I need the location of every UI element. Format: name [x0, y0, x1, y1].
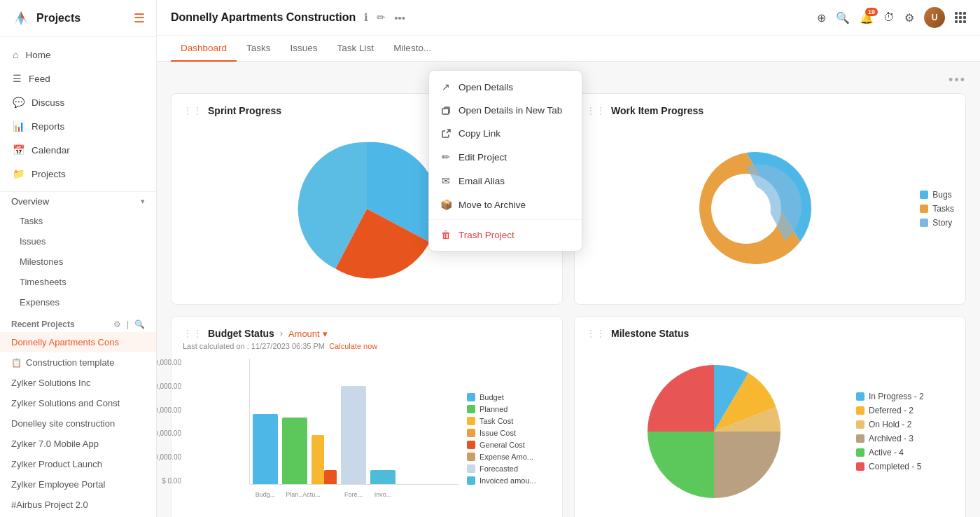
planned-legend-label: Planned [479, 405, 507, 413]
avatar[interactable]: U [924, 7, 945, 28]
menu-item-open-new-tab[interactable]: Open Details in New Tab [429, 99, 582, 122]
work-item-content: Bugs Tasks Story [586, 125, 954, 293]
inprogress-color [856, 392, 864, 401]
tab-tasks[interactable]: Tasks [237, 36, 281, 62]
menu-item-email-alias[interactable]: ✉ Email Alias [429, 169, 582, 193]
milestone-content: In Progress - 2 Deferred - 2 On Hold - 2 [586, 347, 954, 516]
info-icon[interactable]: ℹ [363, 10, 370, 25]
sidebar-item-projects[interactable]: 📁 Projects [0, 162, 156, 186]
milestone-drag[interactable]: ⋮⋮ [586, 328, 606, 339]
completed-color [856, 462, 864, 471]
legend-budget: Budget [467, 393, 551, 401]
sidebar-title: Projects [36, 12, 80, 25]
budget-chart-area: $ 0.00 $ 500,000.00 $ 1,000,000.00 $ 1,5… [183, 359, 551, 485]
topbar: Donnelly Apartments Construction ℹ ✏ •••… [157, 0, 980, 36]
project-item-construction-template[interactable]: 📋 Construction template [0, 352, 156, 373]
budget-legend: Budget Planned Task Cost Issue Cost [467, 393, 551, 485]
issue-cost-color [467, 429, 475, 437]
legend-issue-cost: Issue Cost [467, 429, 551, 437]
budget-card-header: ⋮⋮ Budget Status › Amount ▾ [183, 328, 551, 339]
filter-icon[interactable]: ⚙ [113, 319, 121, 329]
page-title: Donnelly Apartments Construction [171, 11, 356, 24]
project-item-donnelly[interactable]: Donnelly Apartments Cons [0, 332, 156, 352]
hamburger-icon[interactable]: ☰ [134, 11, 145, 26]
overview-item-expenses[interactable]: Expenses [0, 292, 156, 312]
tab-milestones[interactable]: Milesto... [384, 36, 441, 62]
active-color [856, 448, 864, 457]
menu-item-open-details[interactable]: ↗ Open Details [429, 75, 582, 99]
sidebar-item-discuss[interactable]: 💬 Discuss [0, 90, 156, 114]
add-icon[interactable]: ⊕ [817, 11, 826, 25]
dashboard-more-icon[interactable]: ••• [948, 73, 966, 88]
apps-icon[interactable] [955, 12, 966, 23]
calculate-now-link[interactable]: Calculate now [329, 342, 377, 350]
overview-label: Overview [11, 196, 49, 207]
sidebar: Projects ☰ ⌂ Home ☰ Feed 💬 Discuss 📊 Rep… [0, 0, 157, 517]
project-item-zylker-const-label: Zylker Solutions and Const [11, 398, 120, 408]
expense-label: Expense Amo... [479, 453, 533, 461]
sidebar-item-feed-label: Feed [29, 74, 50, 84]
open-details-icon: ↗ [440, 81, 451, 92]
overview-header[interactable]: Overview ▾ [0, 192, 156, 211]
sprint-card-title: Sprint Progress [208, 105, 281, 116]
edit-icon[interactable]: ✏ [375, 10, 387, 25]
story-color [920, 219, 928, 227]
budget-bar-chart: $ 0.00 $ 500,000.00 $ 1,000,000.00 $ 1,5… [183, 359, 458, 485]
donut-chart-area [586, 139, 906, 279]
work-item-card: ⋮⋮ Work Item Progress [574, 93, 966, 305]
sprint-drag-handle[interactable]: ⋮⋮ [183, 105, 202, 116]
bar-invoiced [370, 470, 396, 484]
y-label-500: $ 500,000.00 [157, 453, 181, 461]
context-menu: ↗ Open Details Open Details in New Tab C… [428, 70, 582, 251]
sidebar-logo: Projects [11, 8, 80, 28]
sidebar-item-home[interactable]: ⌂ Home [0, 43, 156, 67]
more-options-icon[interactable]: ••• [393, 11, 407, 25]
budget-amount-button[interactable]: Amount ▾ [288, 329, 328, 339]
topbar-right: ⊕ 🔍 🔔19 ⏱ ⚙ U [817, 7, 966, 28]
project-item-construction-template-label: Construction template [26, 357, 114, 368]
sidebar-item-reports[interactable]: 📊 Reports [0, 114, 156, 138]
search-icon[interactable]: 🔍 [836, 11, 850, 25]
projects-icon: 📁 [13, 168, 24, 179]
legend-general-cost: General Cost [467, 441, 551, 449]
tab-task-list[interactable]: Task List [328, 36, 384, 62]
timer-icon[interactable]: ⏱ [883, 11, 895, 24]
notification-badge: 19 [865, 8, 878, 16]
work-item-drag[interactable]: ⋮⋮ [586, 105, 606, 116]
project-item-zylker-product[interactable]: Zylker Product Launch [0, 454, 156, 474]
menu-item-copy-link[interactable]: Copy Link [429, 122, 582, 145]
menu-item-trash-project[interactable]: 🗑 Trash Project [429, 223, 582, 247]
task-cost-color [467, 417, 475, 425]
notifications-icon[interactable]: 🔔19 [860, 11, 874, 25]
sidebar-item-calendar[interactable]: 📅 Calendar [0, 138, 156, 162]
project-item-zylker-mobile[interactable]: Zylker 7.0 Mobile App [0, 434, 156, 454]
sidebar-item-feed[interactable]: ☰ Feed [0, 67, 156, 90]
tab-issues[interactable]: Issues [281, 36, 328, 62]
milestone-status-card: ⋮⋮ Milestone Status [574, 316, 966, 517]
onhold-label: On Hold - 2 [869, 420, 911, 429]
overview-item-issues[interactable]: Issues [0, 231, 156, 251]
tasks-color [920, 205, 928, 213]
search-icon[interactable]: 🔍 [134, 319, 145, 329]
overview-item-timesheets[interactable]: Timesheets [0, 272, 156, 292]
project-item-zylker-solutions[interactable]: Zylker Solutions Inc [0, 373, 156, 393]
overview-item-milestones[interactable]: Milestones [0, 251, 156, 272]
tab-dashboard[interactable]: Dashboard [171, 36, 237, 62]
project-item-airbus[interactable]: #Airbus Project 2.0 [0, 495, 156, 515]
settings-icon[interactable]: ⚙ [904, 11, 914, 25]
milestone-pie-area [586, 354, 842, 509]
separator: | [127, 319, 129, 329]
overview-arrow-icon: ▾ [141, 197, 145, 206]
project-item-zylker-solutions-const[interactable]: Zylker Solutions and Const [0, 393, 156, 413]
menu-item-move-archive[interactable]: 📦 Move to Archive [429, 193, 582, 216]
reports-icon: 📊 [13, 120, 24, 132]
overview-item-tasks[interactable]: Tasks [0, 211, 156, 231]
project-item-donnelly-label: Donnelly Apartments Cons [11, 337, 119, 347]
bar-planned-label: Plan... [286, 491, 304, 498]
menu-item-edit-project[interactable]: ✏ Edit Project [429, 145, 582, 169]
project-item-donelley-site[interactable]: Donelley site construction [0, 413, 156, 434]
sidebar-item-projects-label: Projects [31, 169, 66, 179]
project-item-zylker-employee[interactable]: Zylker Employee Portal [0, 474, 156, 495]
logo-icon [11, 8, 31, 28]
budget-drag[interactable]: ⋮⋮ [183, 328, 202, 339]
